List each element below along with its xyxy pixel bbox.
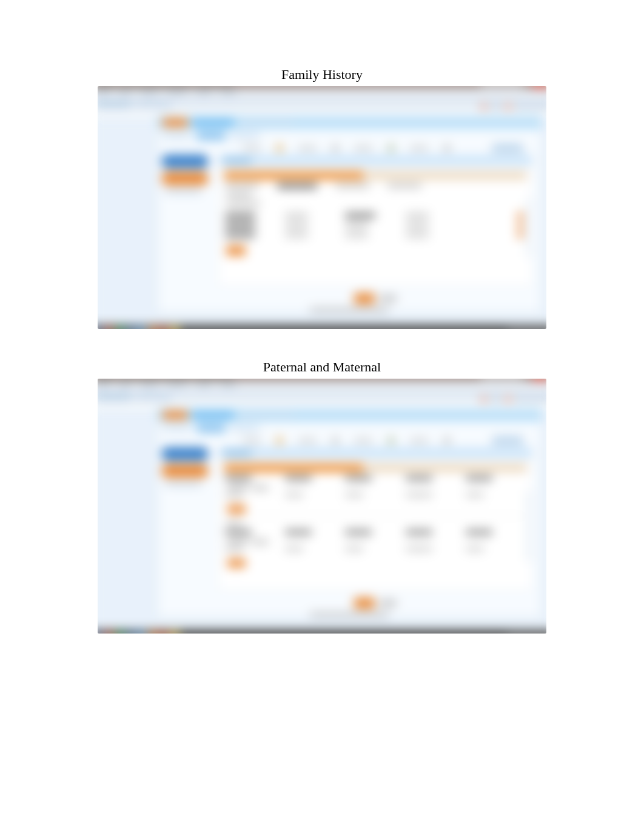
save-button (354, 598, 375, 609)
scrollbar (526, 198, 530, 257)
screenshot-paternal-maternal (98, 379, 546, 634)
left-nav (158, 155, 212, 194)
patient-name-pill (192, 119, 234, 126)
content-panel (218, 447, 532, 590)
cancel-button (380, 600, 397, 606)
close-icon (533, 379, 546, 380)
browser-menubar (98, 380, 546, 390)
help-bubble (491, 436, 524, 445)
browser-tabbar (98, 97, 546, 109)
content-panel (218, 155, 532, 286)
record-action-button (227, 559, 246, 567)
record-paternal (225, 476, 526, 516)
card-header (158, 116, 541, 129)
browser-tabbar (98, 390, 546, 402)
card-subtabs (158, 129, 541, 143)
cancel-button (380, 296, 397, 302)
ehr-card (157, 408, 542, 618)
status-text (310, 308, 389, 313)
blurred-app-window (98, 86, 546, 329)
blurred-app-window-2 (98, 379, 546, 634)
record-action-button (227, 505, 246, 513)
screenshot-family-history (98, 86, 546, 329)
document-page: Family History (0, 0, 644, 835)
logo-pill (163, 118, 188, 127)
caption-family-history: Family History (0, 67, 644, 83)
os-taskbar (98, 325, 546, 329)
nav-item-active (161, 155, 209, 168)
card-footer (218, 291, 532, 306)
action-icons (158, 143, 541, 154)
help-bubble (491, 144, 524, 152)
close-icon (533, 86, 546, 88)
save-button (354, 293, 375, 304)
ehr-card (157, 115, 542, 313)
nav-item-orange (161, 172, 209, 185)
add-button (226, 246, 246, 255)
history-table (225, 211, 526, 240)
browser-menubar (98, 87, 546, 97)
section-heading-bar (224, 171, 527, 180)
caption-paternal-maternal: Paternal and Maternal (0, 359, 644, 375)
record-maternal (225, 530, 526, 570)
